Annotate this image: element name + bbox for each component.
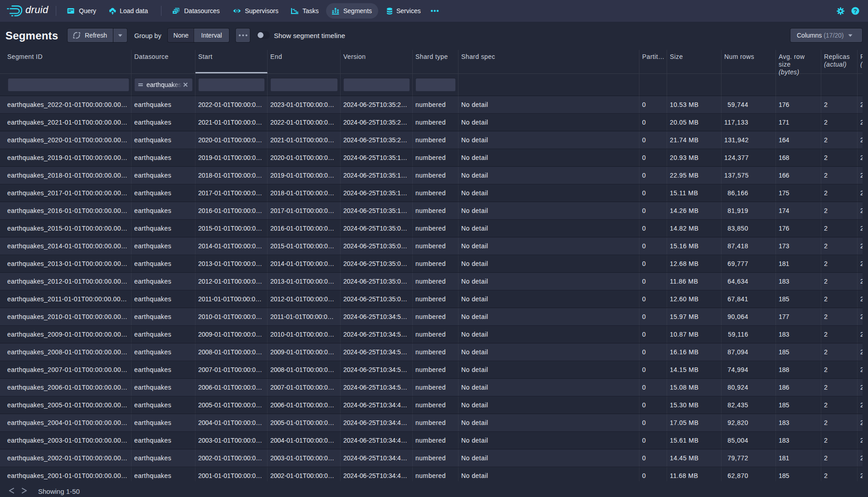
svg-text:?: ?	[853, 8, 857, 14]
